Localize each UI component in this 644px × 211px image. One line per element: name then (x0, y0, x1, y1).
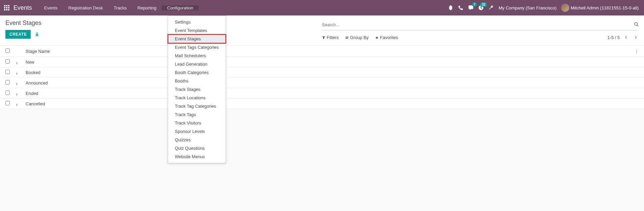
row-checkbox-col (5, 101, 15, 106)
navbar-left: Events Events Registration Desk Tracks R… (3, 4, 448, 11)
avatar-icon (561, 4, 569, 12)
stage-name-cell: Booked (26, 70, 639, 75)
drag-handle-icon[interactable]: ▲▼ (15, 80, 26, 85)
top-navbar: Events Events Registration Desk Tracks R… (0, 0, 644, 15)
dropdown-track-locations[interactable]: Track Locations (168, 94, 226, 102)
nav-tracks[interactable]: Tracks (108, 5, 132, 10)
row-checkbox[interactable] (5, 70, 10, 74)
pager: 1-5 / 5 (607, 34, 639, 41)
drag-handle-icon[interactable]: ▲▼ (15, 101, 26, 106)
table-row[interactable]: ▲▼ Announced (0, 78, 644, 88)
drag-handle-icon[interactable]: ▲▼ (15, 70, 26, 75)
drag-handle-icon[interactable]: ▲▼ (15, 91, 26, 96)
stage-name-cell: Ended (26, 91, 639, 96)
filters-label: Filters (327, 35, 339, 40)
svg-line-1 (637, 25, 639, 27)
navbar-right: 7 32 My Company (San Francisco) Mitchell… (448, 4, 641, 12)
nav-events[interactable]: Events (39, 5, 63, 10)
header-checkbox-col (5, 48, 15, 54)
row-checkbox-col (5, 80, 15, 85)
search-bar (322, 20, 639, 30)
dropdown-event-stages[interactable]: Event Stages (168, 35, 226, 43)
pager-prev-icon[interactable] (623, 34, 629, 41)
dropdown-settings[interactable]: Settings (168, 18, 226, 26)
row-checkbox[interactable] (5, 59, 10, 64)
table-row[interactable]: ▲▼ Ended (0, 88, 644, 99)
page-title: Event Stages (5, 20, 322, 27)
bug-icon[interactable] (448, 5, 453, 10)
row-checkbox-col (5, 91, 15, 96)
dropdown-track-tag-categories[interactable]: Track Tag Categories (168, 102, 226, 109)
pager-value[interactable]: 1-5 / 5 (607, 35, 620, 40)
control-panel: Event Stages CREATE Filters Group (0, 15, 644, 46)
main-menu: Events Registration Desk Tracks Reportin… (39, 5, 199, 10)
favorites-label: Favorites (380, 35, 398, 40)
user-menu[interactable]: Mitchell Admin (11821551-15-0-all) (561, 4, 639, 12)
dropdown-lead-generation[interactable]: Lead Generation (168, 60, 226, 68)
chat-badge: 7 (472, 2, 477, 7)
search-input[interactable] (322, 21, 634, 29)
nav-configuration[interactable]: Configuration (162, 5, 198, 10)
row-checkbox-col (5, 59, 15, 65)
table-row[interactable]: ▲▼ Cancelled (0, 99, 644, 109)
list-header-row: Stage Name ⋮ (0, 46, 644, 57)
filters-button[interactable]: Filters (322, 35, 339, 40)
tools-icon[interactable] (488, 5, 494, 10)
clock-badge: 32 (480, 2, 487, 7)
svg-point-0 (635, 23, 638, 26)
search-icon[interactable] (634, 22, 639, 28)
clock-icon[interactable]: 32 (478, 5, 484, 10)
drag-handle-icon[interactable]: ▲▼ (15, 59, 26, 65)
groupby-button[interactable]: Group By (345, 35, 368, 40)
favorites-button[interactable]: Favorites (375, 35, 398, 40)
control-buttons: CREATE (5, 30, 322, 39)
list-view: Stage Name ⋮ ▲▼ New ▲▼ Booked ▲▼ Announc… (0, 46, 644, 109)
control-panel-right: Filters Group By Favorites 1-5 / 5 (322, 20, 639, 41)
list-icon (345, 36, 349, 39)
table-row[interactable]: ▲▼ Booked (0, 67, 644, 78)
chat-icon[interactable]: 7 (468, 5, 474, 10)
dropdown-mail-schedulers[interactable]: Mail Schedulers (168, 51, 226, 60)
configuration-dropdown: Settings Event Templates Event Stages Ev… (168, 15, 226, 109)
row-checkbox-col (5, 70, 15, 75)
groupby-label: Group By (350, 35, 368, 40)
search-options-row: Filters Group By Favorites 1-5 / 5 (322, 34, 639, 41)
star-icon (375, 36, 379, 39)
search-filter-group: Filters Group By Favorites (322, 35, 398, 40)
dropdown-booths[interactable]: Booths (168, 77, 226, 85)
nav-registration-desk[interactable]: Registration Desk (63, 5, 108, 10)
select-all-checkbox[interactable] (5, 48, 10, 53)
stage-name-cell: Announced (26, 80, 639, 85)
phone-icon[interactable] (458, 5, 463, 10)
stage-name-cell: New (26, 60, 639, 65)
dropdown-track-stages[interactable]: Track Stages (168, 85, 226, 94)
import-icon[interactable] (35, 32, 39, 37)
funnel-icon (322, 36, 325, 39)
column-options-icon[interactable]: ⋮ (632, 49, 639, 54)
row-checkbox[interactable] (5, 91, 10, 95)
app-brand[interactable]: Events (13, 4, 32, 11)
create-button[interactable]: CREATE (5, 30, 31, 39)
dropdown-booth-categories[interactable]: Booth Categories (168, 68, 226, 77)
stage-name-cell: Cancelled (26, 101, 639, 106)
table-row[interactable]: ▲▼ New (0, 57, 644, 67)
control-panel-left: Event Stages CREATE (5, 20, 322, 41)
dropdown-event-templates[interactable]: Event Templates (168, 26, 226, 35)
column-header-stage-name[interactable]: Stage Name (26, 49, 632, 54)
company-selector[interactable]: My Company (San Francisco) (498, 5, 556, 10)
user-name-label: Mitchell Admin (11821551-15-0-all) (571, 5, 639, 10)
pager-next-icon[interactable] (633, 34, 639, 41)
row-checkbox[interactable] (5, 101, 10, 105)
row-checkbox[interactable] (5, 80, 10, 84)
apps-grid-icon[interactable] (4, 5, 9, 10)
dropdown-event-tags-categories[interactable]: Event Tags Categories (168, 43, 226, 51)
nav-reporting[interactable]: Reporting (132, 5, 162, 10)
